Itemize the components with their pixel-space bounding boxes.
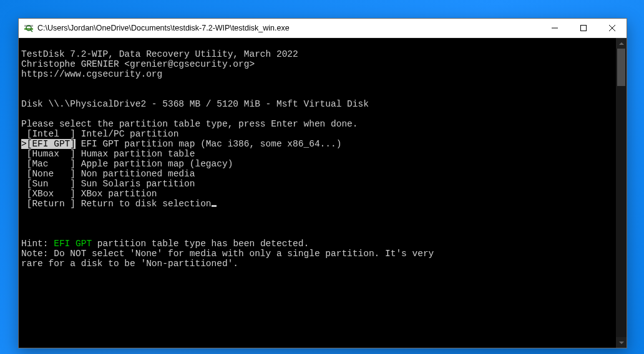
header-line-1: TestDisk 7.2-WIP, Data Recovery Utility,… [21,49,298,59]
header-line-2: Christophe GRENIER <grenier@cgsecurity.o… [21,59,255,69]
cursor [212,205,217,207]
note-line-2: rare for a disk to be 'Non-partitioned'. [21,259,238,269]
option-mac[interactable]: [Mac ] Apple partition map (legacy) [21,159,613,169]
minimize-button[interactable] [540,19,569,37]
option-return[interactable]: [Return ] Return to disk selection [21,199,613,209]
titlebar: C:\Users\Jordan\OneDrive\Documents\testd… [19,19,627,38]
chevron-down-icon [619,342,624,344]
option-intel[interactable]: [Intel ] Intel/PC partition [21,129,613,139]
maximize-button[interactable] [569,19,598,37]
window-title: C:\Users\Jordan\OneDrive\Documents\testd… [37,24,540,32]
hint-line: Hint: EFI GPT partition table type has b… [21,239,309,249]
svg-line-3 [31,30,32,32]
header-line-3: https://www.cgsecurity.org [21,69,162,79]
option-xbox[interactable]: [XBox ] XBox partition [21,189,613,199]
close-button[interactable] [598,19,627,37]
option-none[interactable]: [None ] Non partitioned media [21,169,613,179]
vertical-scrollbar[interactable] [616,38,627,348]
svg-rect-0 [24,28,33,30]
scrollbar-up-button[interactable] [616,38,627,49]
option-humax[interactable]: [Humax ] Humax partition table [21,149,613,159]
window-controls [540,19,627,37]
disk-info: Disk \\.\PhysicalDrive2 - 5368 MB / 5120… [21,99,369,109]
note-line-1: Note: Do NOT select 'None' for media wit… [21,249,434,259]
console-output[interactable]: TestDisk 7.2-WIP, Data Recovery Utility,… [19,38,616,348]
scrollbar-thumb[interactable] [617,49,625,86]
scrollbar-down-button[interactable] [616,337,627,348]
svg-rect-5 [581,26,587,31]
app-icon [24,23,34,33]
app-window: C:\Users\Jordan\OneDrive\Documents\testd… [18,18,627,348]
option-sun[interactable]: [Sun ] Sun Solaris partition [21,179,613,189]
prompt-text: Please select the partition table type, … [21,119,358,129]
console-area: TestDisk 7.2-WIP, Data Recovery Utility,… [19,38,627,348]
chevron-up-icon [619,42,624,45]
option-efi-gpt[interactable]: >[EFI GPT] EFI GPT partition map (Mac i3… [21,139,613,149]
